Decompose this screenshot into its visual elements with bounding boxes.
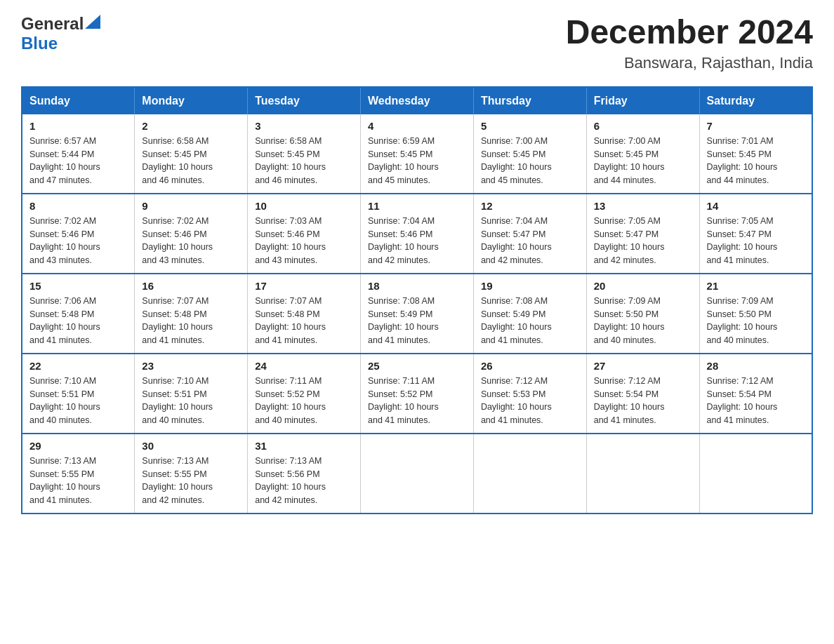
day-number: 24 — [255, 360, 353, 372]
day-cell-2: 2 Sunrise: 6:58 AMSunset: 5:45 PMDayligh… — [135, 114, 248, 194]
day-cell-18: 18 Sunrise: 7:08 AMSunset: 5:49 PMDaylig… — [361, 274, 474, 354]
day-cell-26: 26 Sunrise: 7:12 AMSunset: 5:53 PMDaylig… — [473, 354, 586, 434]
logo-blue-text: Blue — [21, 34, 58, 53]
day-number: 6 — [594, 120, 692, 132]
logo: General Blue — [21, 14, 100, 53]
day-number: 18 — [368, 280, 466, 292]
day-cell-21: 21 Sunrise: 7:09 AMSunset: 5:50 PMDaylig… — [699, 274, 812, 354]
day-cell-24: 24 Sunrise: 7:11 AMSunset: 5:52 PMDaylig… — [248, 354, 361, 434]
day-number: 20 — [594, 280, 692, 292]
day-number: 26 — [481, 360, 579, 372]
day-number: 22 — [29, 360, 127, 372]
week-row-4: 22 Sunrise: 7:10 AMSunset: 5:51 PMDaylig… — [22, 354, 812, 434]
week-row-3: 15 Sunrise: 7:06 AMSunset: 5:48 PMDaylig… — [22, 274, 812, 354]
day-info: Sunrise: 7:10 AMSunset: 5:51 PMDaylight:… — [29, 375, 127, 427]
weekday-header-tuesday: Tuesday — [248, 87, 361, 114]
day-cell-20: 20 Sunrise: 7:09 AMSunset: 5:50 PMDaylig… — [586, 274, 699, 354]
day-number: 25 — [368, 360, 466, 372]
day-info: Sunrise: 7:07 AMSunset: 5:48 PMDaylight:… — [142, 295, 240, 347]
day-number: 17 — [255, 280, 353, 292]
day-info: Sunrise: 7:02 AMSunset: 5:46 PMDaylight:… — [142, 215, 240, 267]
day-info: Sunrise: 7:05 AMSunset: 5:47 PMDaylight:… — [594, 215, 692, 267]
day-cell-22: 22 Sunrise: 7:10 AMSunset: 5:51 PMDaylig… — [22, 354, 135, 434]
day-cell-30: 30 Sunrise: 7:13 AMSunset: 5:55 PMDaylig… — [135, 434, 248, 514]
day-info: Sunrise: 7:07 AMSunset: 5:48 PMDaylight:… — [255, 295, 353, 347]
day-cell-3: 3 Sunrise: 6:58 AMSunset: 5:45 PMDayligh… — [248, 114, 361, 194]
day-info: Sunrise: 7:13 AMSunset: 5:55 PMDaylight:… — [29, 455, 127, 507]
day-info: Sunrise: 7:08 AMSunset: 5:49 PMDaylight:… — [368, 295, 466, 347]
day-info: Sunrise: 7:12 AMSunset: 5:54 PMDaylight:… — [594, 375, 692, 427]
day-cell-10: 10 Sunrise: 7:03 AMSunset: 5:46 PMDaylig… — [248, 194, 361, 274]
day-number: 13 — [594, 200, 692, 212]
day-number: 30 — [142, 440, 240, 452]
day-cell-7: 7 Sunrise: 7:01 AMSunset: 5:45 PMDayligh… — [699, 114, 812, 194]
day-info: Sunrise: 7:00 AMSunset: 5:45 PMDaylight:… — [594, 135, 692, 187]
day-cell-13: 13 Sunrise: 7:05 AMSunset: 5:47 PMDaylig… — [586, 194, 699, 274]
day-cell-17: 17 Sunrise: 7:07 AMSunset: 5:48 PMDaylig… — [248, 274, 361, 354]
day-number: 27 — [594, 360, 692, 372]
weekday-header-wednesday: Wednesday — [361, 87, 474, 114]
day-cell-15: 15 Sunrise: 7:06 AMSunset: 5:48 PMDaylig… — [22, 274, 135, 354]
logo-general-text: General — [21, 14, 84, 34]
day-info: Sunrise: 6:59 AMSunset: 5:45 PMDaylight:… — [368, 135, 466, 187]
day-cell-28: 28 Sunrise: 7:12 AMSunset: 5:54 PMDaylig… — [699, 354, 812, 434]
day-number: 23 — [142, 360, 240, 372]
day-cell-19: 19 Sunrise: 7:08 AMSunset: 5:49 PMDaylig… — [473, 274, 586, 354]
day-cell-4: 4 Sunrise: 6:59 AMSunset: 5:45 PMDayligh… — [361, 114, 474, 194]
day-cell-14: 14 Sunrise: 7:05 AMSunset: 5:47 PMDaylig… — [699, 194, 812, 274]
day-info: Sunrise: 7:08 AMSunset: 5:49 PMDaylight:… — [481, 295, 579, 347]
weekday-header-saturday: Saturday — [699, 87, 812, 114]
day-info: Sunrise: 7:06 AMSunset: 5:48 PMDaylight:… — [29, 295, 127, 347]
empty-cell — [699, 434, 812, 514]
day-info: Sunrise: 7:13 AMSunset: 5:55 PMDaylight:… — [142, 455, 240, 507]
day-info: Sunrise: 7:03 AMSunset: 5:46 PMDaylight:… — [255, 215, 353, 267]
day-cell-23: 23 Sunrise: 7:10 AMSunset: 5:51 PMDaylig… — [135, 354, 248, 434]
day-cell-1: 1 Sunrise: 6:57 AMSunset: 5:44 PMDayligh… — [22, 114, 135, 194]
weekday-header-sunday: Sunday — [22, 87, 135, 114]
month-title: December 2024 — [566, 14, 813, 51]
day-number: 12 — [481, 200, 579, 212]
day-cell-9: 9 Sunrise: 7:02 AMSunset: 5:46 PMDayligh… — [135, 194, 248, 274]
day-number: 28 — [707, 360, 805, 372]
day-info: Sunrise: 7:09 AMSunset: 5:50 PMDaylight:… — [707, 295, 805, 347]
day-cell-27: 27 Sunrise: 7:12 AMSunset: 5:54 PMDaylig… — [586, 354, 699, 434]
day-number: 5 — [481, 120, 579, 132]
weekday-header-row: SundayMondayTuesdayWednesdayThursdayFrid… — [22, 87, 812, 114]
day-info: Sunrise: 7:02 AMSunset: 5:46 PMDaylight:… — [29, 215, 127, 267]
day-number: 21 — [707, 280, 805, 292]
location-title: Banswara, Rajasthan, India — [566, 54, 813, 72]
day-cell-8: 8 Sunrise: 7:02 AMSunset: 5:46 PMDayligh… — [22, 194, 135, 274]
logo-arrow-icon — [85, 15, 100, 32]
title-block: December 2024 Banswara, Rajasthan, India — [566, 14, 813, 72]
day-number: 1 — [29, 120, 127, 132]
day-info: Sunrise: 7:13 AMSunset: 5:56 PMDaylight:… — [255, 455, 353, 507]
day-number: 8 — [29, 200, 127, 212]
day-info: Sunrise: 7:10 AMSunset: 5:51 PMDaylight:… — [142, 375, 240, 427]
page-header: General Blue December 2024 Banswara, Raj… — [21, 14, 813, 72]
day-cell-5: 5 Sunrise: 7:00 AMSunset: 5:45 PMDayligh… — [473, 114, 586, 194]
day-number: 10 — [255, 200, 353, 212]
day-info: Sunrise: 6:58 AMSunset: 5:45 PMDaylight:… — [255, 135, 353, 187]
day-cell-25: 25 Sunrise: 7:11 AMSunset: 5:52 PMDaylig… — [361, 354, 474, 434]
day-cell-11: 11 Sunrise: 7:04 AMSunset: 5:46 PMDaylig… — [361, 194, 474, 274]
day-info: Sunrise: 7:09 AMSunset: 5:50 PMDaylight:… — [594, 295, 692, 347]
svg-marker-0 — [85, 15, 100, 29]
day-number: 3 — [255, 120, 353, 132]
day-number: 9 — [142, 200, 240, 212]
day-cell-6: 6 Sunrise: 7:00 AMSunset: 5:45 PMDayligh… — [586, 114, 699, 194]
day-number: 29 — [29, 440, 127, 452]
empty-cell — [586, 434, 699, 514]
day-number: 19 — [481, 280, 579, 292]
day-number: 11 — [368, 200, 466, 212]
week-row-2: 8 Sunrise: 7:02 AMSunset: 5:46 PMDayligh… — [22, 194, 812, 274]
day-info: Sunrise: 7:12 AMSunset: 5:54 PMDaylight:… — [707, 375, 805, 427]
day-cell-29: 29 Sunrise: 7:13 AMSunset: 5:55 PMDaylig… — [22, 434, 135, 514]
day-info: Sunrise: 7:05 AMSunset: 5:47 PMDaylight:… — [707, 215, 805, 267]
week-row-1: 1 Sunrise: 6:57 AMSunset: 5:44 PMDayligh… — [22, 114, 812, 194]
empty-cell — [473, 434, 586, 514]
day-number: 16 — [142, 280, 240, 292]
day-info: Sunrise: 7:11 AMSunset: 5:52 PMDaylight:… — [368, 375, 466, 427]
day-number: 2 — [142, 120, 240, 132]
weekday-header-friday: Friday — [586, 87, 699, 114]
day-number: 7 — [707, 120, 805, 132]
